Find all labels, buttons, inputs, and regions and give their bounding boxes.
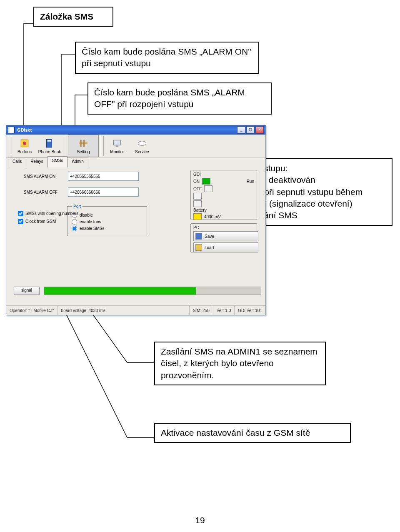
check-clock-gsm-label: Clock from GSM (25, 219, 56, 224)
maximize-button[interactable]: □ (246, 126, 255, 134)
fieldset-port: Port disable enable tons enable SMSs (67, 204, 147, 236)
callout-tab-sms: Záložka SMS (33, 7, 113, 27)
row-sms-alarm-on: SMS ALARM ON (24, 172, 188, 181)
radio-enable-smss-row: enable SMSs (72, 226, 142, 231)
battery-value: 4030 mV (204, 215, 221, 219)
signal-button[interactable]: signal (14, 287, 40, 295)
load-label: Load (205, 245, 214, 250)
save-icon (195, 233, 202, 240)
application-window: GDIset _ □ × Buttons Phone Book Setting (6, 125, 266, 315)
gdi-battery-val-row: 4030 mV (193, 213, 254, 220)
callout-gsm-time: Aktivace nastavování času z GSM sítě (154, 423, 351, 443)
toolbar-separator (100, 136, 104, 156)
radio-enable-tons-label: enable tons (80, 220, 101, 224)
io-icon (193, 193, 202, 200)
led-off-icon (204, 185, 212, 192)
status-operator: Operator: "T-Mobile CZ" (6, 306, 58, 315)
svg-point-24 (138, 141, 146, 145)
input-sms-alarm-on[interactable] (68, 172, 139, 181)
window-titlebar: GDIset _ □ × (6, 125, 265, 135)
toolbar-setting-label: Setting (77, 150, 90, 154)
label-off: OFF (193, 187, 202, 191)
status-sim: SIM: 250 (190, 306, 213, 315)
minimize-button[interactable]: _ (237, 126, 245, 134)
panel-gdi: GDI ON Run OFF (190, 170, 257, 220)
callout-alarm-on: Číslo kam bude poslána SMS „ALARM ON" př… (75, 42, 259, 74)
svg-rect-21 (83, 140, 85, 147)
window-title: GDIset (17, 127, 236, 132)
toolbar-phonebook-label: Phone Book (38, 150, 61, 154)
svg-point-16 (23, 141, 27, 145)
load-icon (195, 244, 202, 251)
callout-admin1: Zasílání SMS na ADMIN1 se seznamem čísel… (154, 342, 326, 385)
checkbox-block: SMSs with opening numbers Clock from GSM (18, 211, 78, 224)
status-ver: Ver: 1.0 (213, 306, 235, 315)
toolbar-service[interactable]: Service (130, 135, 155, 157)
toolbar-separator (8, 136, 11, 156)
radio-enable-smss[interactable] (72, 226, 77, 231)
save-label: Save (205, 234, 214, 239)
check-sms-open-numbers-label: SMSs with opening numbers (25, 211, 78, 216)
svg-rect-22 (113, 140, 120, 145)
app-icon (8, 127, 15, 133)
load-button[interactable]: Load (193, 242, 258, 252)
io-icon (193, 200, 202, 207)
led-on-icon (202, 178, 210, 185)
toolbar-phonebook[interactable]: Phone Book (37, 135, 62, 157)
gdi-off-row: OFF (193, 185, 254, 192)
panel-gdi-header: GDI (193, 172, 254, 177)
toolbar-separator (64, 136, 67, 156)
page-number: 19 (0, 515, 400, 525)
sub-tabs: Calls Relays SMSs Admin (6, 157, 265, 167)
status-bar: Operator: "T-Mobile CZ" board voltage: 4… (6, 305, 265, 315)
callout-alarm-off: Číslo kam bude poslána SMS „ALARM OFF" p… (88, 82, 272, 115)
label-run: Run (247, 179, 254, 184)
setting-icon (78, 138, 89, 149)
label-sms-alarm-on: SMS ALARM ON (24, 174, 65, 179)
status-board-voltage: board voltage: 4030 mV (58, 306, 190, 315)
tab-smss[interactable]: SMSs (48, 156, 68, 167)
input-sms-alarm-off[interactable] (68, 187, 139, 197)
toolbar-buttons-label: Buttons (18, 150, 32, 154)
toolbar-monitor-label: Monitor (110, 150, 124, 154)
label-on: ON (193, 179, 200, 184)
label-battery: Battery (193, 208, 207, 212)
svg-rect-18 (48, 140, 51, 141)
panel-pc: PC Save Load (190, 223, 257, 252)
status-gdi-ver: GDI Ver: 101 (235, 306, 265, 315)
battery-icon (193, 213, 202, 220)
tab-calls[interactable]: Calls (8, 157, 26, 167)
radio-enable-tons-row: enable tons (72, 219, 142, 225)
toolbar-service-label: Service (135, 150, 149, 154)
close-button[interactable]: × (255, 126, 264, 134)
svg-rect-23 (116, 145, 119, 147)
check-clock-gsm[interactable] (18, 219, 23, 224)
service-icon (137, 138, 148, 149)
gdi-battery-row: Battery (193, 208, 254, 212)
radio-disable-label: disable (80, 213, 93, 217)
toolbar-monitor[interactable]: Monitor (105, 135, 130, 157)
svg-rect-20 (80, 140, 81, 147)
radio-disable-row: disable (72, 212, 142, 218)
check-sms-open-numbers-row: SMSs with opening numbers (18, 211, 78, 216)
check-clock-gsm-row: Clock from GSM (18, 219, 78, 224)
monitor-icon (112, 138, 122, 149)
tab-admin[interactable]: Admin (67, 157, 88, 167)
panel-pc-header: PC (193, 225, 254, 230)
save-button[interactable]: Save (193, 231, 258, 241)
toolbar-buttons[interactable]: Buttons (12, 135, 37, 157)
gdi-on-row: ON Run (193, 178, 254, 185)
toolbar-setting[interactable]: Setting (68, 135, 99, 157)
gdi-io-row1 (193, 193, 254, 200)
phonebook-icon (44, 138, 55, 149)
check-sms-open-numbers[interactable] (18, 211, 23, 216)
legend-port: Port (72, 204, 82, 209)
label-sms-alarm-off: SMS ALARM OFF (24, 190, 65, 195)
tab-relays[interactable]: Relays (26, 157, 48, 167)
main-toolbar: Buttons Phone Book Setting Monitor Servi… (6, 135, 265, 157)
buttons-icon (19, 138, 30, 149)
gdi-io-row2 (193, 200, 254, 207)
signal-bar (44, 287, 261, 295)
row-sms-alarm-off: SMS ALARM OFF (24, 187, 188, 197)
radio-enable-smss-label: enable SMSs (80, 226, 104, 231)
